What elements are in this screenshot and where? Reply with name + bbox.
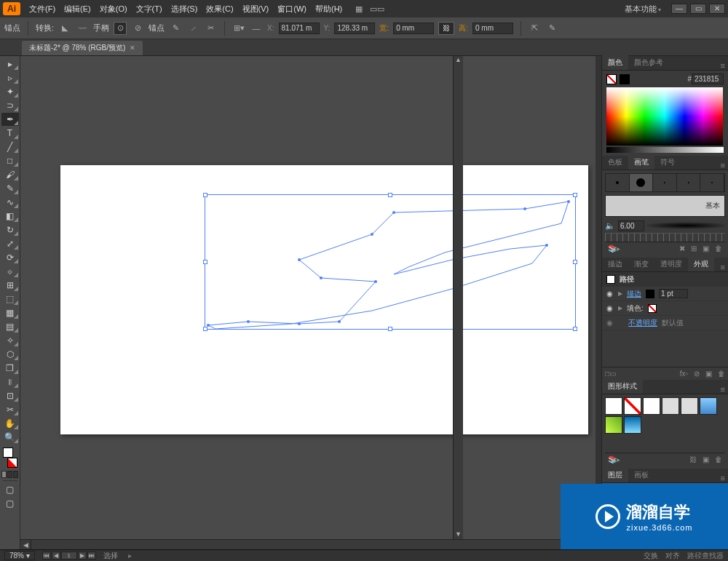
type-tool[interactable]: T [1, 127, 19, 140]
column-graph-tool[interactable]: ⫴ [1, 375, 19, 389]
tab-pathfinder-footer[interactable]: 路径查找器 [687, 551, 724, 561]
brush-new-icon[interactable]: ▣ [703, 244, 709, 252]
convert-corner-icon[interactable]: ◣ [58, 22, 71, 35]
menu-help[interactable]: 帮助(H) [311, 4, 347, 15]
brush-options-icon[interactable]: ⊞ [691, 244, 697, 252]
free-transform-tool[interactable]: ⟐ [1, 265, 19, 278]
isolate-icon[interactable]: ⇱ [529, 22, 542, 35]
scroll-down-icon[interactable]: ▼ [454, 530, 463, 539]
x-input[interactable]: 81.071 m [279, 23, 320, 34]
hand-tool[interactable]: ✋ [1, 417, 19, 430]
align-dropdown-icon[interactable]: ⊞▾ [232, 22, 245, 35]
fill-swatch[interactable] [648, 304, 657, 313]
style-thumb[interactable] [700, 397, 717, 415]
brush-size-input[interactable] [618, 220, 644, 231]
menu-window[interactable]: 窗口(W) [273, 4, 311, 15]
menu-select[interactable]: 选择(S) [167, 4, 202, 15]
styles-lib-icon[interactable]: 📚▸ [608, 455, 620, 463]
vertical-scrollbar[interactable]: ▲ ▼ [453, 56, 463, 539]
document-tab[interactable]: 未标题-2* @ 78% (RGB/预览) ✕ [22, 41, 143, 55]
break-link-icon[interactable]: ⛓ [689, 455, 697, 463]
screen-mode-icon[interactable]: ▢ [1, 497, 19, 510]
link-wh-icon[interactable]: ⛓ [438, 22, 454, 35]
new-style-icon[interactable]: ▣ [703, 455, 709, 463]
close-button[interactable]: ✕ [709, 4, 725, 14]
tab-swatches[interactable]: 色板 [602, 155, 628, 170]
zoom-tool[interactable]: 🔍 [1, 431, 19, 444]
menu-effect[interactable]: 效果(C) [202, 4, 237, 15]
tab-gradient[interactable]: 渐变 [628, 257, 654, 271]
style-thumb[interactable] [643, 397, 660, 415]
horizontal-scrollbar[interactable]: ◀ ▶ [20, 539, 585, 549]
tab-artboards[interactable]: 画板 [628, 468, 654, 482]
pencil-tool[interactable]: ✎ [1, 182, 19, 195]
style-thumb[interactable] [662, 397, 679, 415]
visibility-icon[interactable]: ◉ [606, 319, 614, 327]
lasso-tool[interactable]: ⊃ [1, 99, 19, 112]
new-stroke-icon[interactable]: ▭ [609, 370, 616, 378]
fill-stroke-swatches[interactable] [1, 447, 19, 468]
stroke-weight-input[interactable]: 1 pt [659, 289, 688, 298]
fill-swatch-icon[interactable] [606, 74, 617, 84]
pen-tool[interactable]: ✒ [1, 113, 19, 126]
menu-edit[interactable]: 编辑(E) [60, 4, 95, 15]
scroll-left-icon[interactable]: ◀ [20, 540, 31, 549]
visibility-icon[interactable]: ◉ [606, 304, 614, 312]
scroll-up-icon[interactable]: ▲ [454, 56, 463, 65]
stroke-swatch[interactable] [646, 290, 654, 298]
style-thumb[interactable] [605, 416, 622, 434]
menu-type[interactable]: 文字(T) [132, 4, 167, 15]
dup-icon[interactable]: ▣ [705, 370, 712, 378]
tab-align-footer[interactable]: 对齐 [665, 551, 680, 561]
visibility-icon[interactable]: ◉ [606, 290, 614, 298]
tab-transform-footer[interactable]: 交换 [644, 551, 658, 561]
add-effect-icon[interactable]: fx▫ [680, 370, 688, 378]
direct-selection-tool[interactable]: ▹ [1, 71, 19, 84]
style-thumb[interactable] [681, 397, 698, 415]
menu-file[interactable]: 文件(F) [25, 4, 60, 15]
artboard-tool[interactable]: ⊡ [1, 389, 19, 402]
tab-layers[interactable]: 图层 [602, 468, 628, 482]
tab-transparency[interactable]: 透明度 [654, 257, 688, 271]
tab-appearance[interactable]: 外观 [688, 257, 714, 271]
expand-icon[interactable]: ▶ [618, 305, 622, 311]
menu-view[interactable]: 视图(V) [238, 4, 274, 15]
scale-tool[interactable]: ⤢ [1, 237, 19, 250]
slice-tool[interactable]: ✂ [1, 403, 19, 416]
expand-icon[interactable]: ▶ [618, 290, 622, 297]
tab-color-guide[interactable]: 颜色参考 [628, 55, 669, 70]
tab-graphic-styles[interactable]: 图形样式 [602, 379, 643, 394]
tab-color[interactable]: 颜色 [602, 55, 628, 70]
h-input[interactable]: 0 mm [472, 23, 513, 34]
rectangle-tool[interactable]: □ [1, 154, 19, 167]
symbol-sprayer-tool[interactable]: ❐ [1, 362, 19, 375]
first-icon[interactable]: ⏮ [42, 552, 51, 560]
arrange-icon[interactable]: ▭▭ [370, 4, 384, 14]
tab-brushes[interactable]: 画笔 [628, 155, 654, 170]
zoom-input[interactable]: 78% ▾ [4, 551, 35, 560]
handle-show-icon[interactable]: ⊙ [114, 22, 127, 35]
draw-mode-icon[interactable]: ▢ [1, 483, 19, 496]
w-input[interactable]: 0 mm [393, 23, 434, 34]
clear-icon[interactable]: ⊘ [694, 370, 700, 378]
brush-lib-icon[interactable]: 📚▸ [608, 244, 620, 252]
y-input[interactable]: 128.33 m [334, 23, 375, 34]
color-spectrum[interactable] [606, 87, 723, 146]
brush-remove-icon[interactable]: ✖ [679, 244, 685, 252]
menu-object[interactable]: 对象(O) [95, 4, 132, 15]
minimize-button[interactable]: — [671, 4, 687, 14]
brush-ruler[interactable] [605, 233, 725, 242]
bridge-icon[interactable]: ▦ [355, 4, 363, 14]
artboard-nav[interactable]: ⏮ ◀ 1 ▶ ⏭ [42, 552, 96, 560]
close-tab-icon[interactable]: ✕ [130, 44, 135, 52]
next-icon[interactable]: ▶ [78, 552, 87, 560]
gradient-tool[interactable]: ▤ [1, 320, 19, 333]
remove-anchor-icon[interactable]: ✎ [169, 22, 182, 35]
shape-builder-tool[interactable]: ⊞ [1, 279, 19, 292]
hline-icon[interactable]: — [250, 22, 263, 35]
width-tool[interactable]: ⟳ [1, 251, 19, 264]
handle-hide-icon[interactable]: ⊘ [131, 22, 144, 35]
connect-anchor-icon[interactable]: ⟋ [186, 22, 199, 35]
eraser-tool[interactable]: ◧ [1, 210, 19, 223]
rotate-tool[interactable]: ↻ [1, 223, 19, 236]
